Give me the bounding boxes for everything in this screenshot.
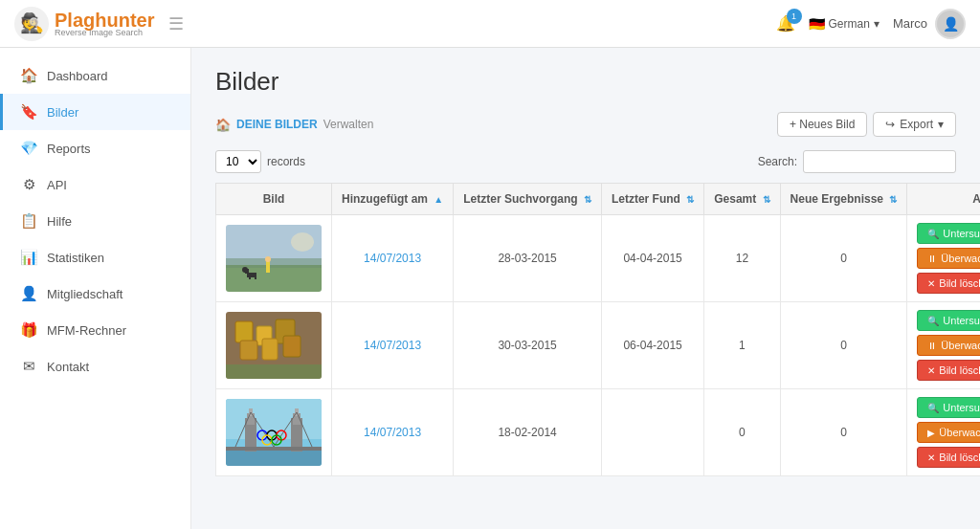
chevron-down-icon: ▾ bbox=[874, 17, 880, 31]
records-select[interactable]: 10 25 50 bbox=[215, 150, 261, 173]
col-total[interactable]: Gesamt ⇅ bbox=[704, 184, 780, 215]
search-input[interactable] bbox=[803, 150, 956, 173]
svg-point-4 bbox=[291, 232, 314, 252]
action-btn-untersuchen[interactable]: 🔍 Untersuchen bbox=[917, 223, 980, 244]
image-thumb bbox=[226, 312, 322, 379]
cell-total: 1 bbox=[704, 302, 780, 389]
breadcrumb-home-icon: 🏠 bbox=[215, 118, 231, 132]
btn-icon: ⏸ bbox=[927, 341, 937, 351]
hamburger-icon[interactable]: ☰ bbox=[168, 13, 184, 34]
table-row: 14/07/201318-02-201400🔍 Untersuchen▶ Übe… bbox=[216, 389, 981, 476]
records-section: 10 25 50 records bbox=[215, 150, 305, 173]
records-label: records bbox=[267, 155, 305, 168]
cell-total: 12 bbox=[704, 215, 780, 302]
cell-last-found: 06-04-2015 bbox=[601, 302, 703, 389]
cell-actions: 🔍 Untersuchen⏸ Überwachung stoppen✕ Bild… bbox=[907, 215, 980, 302]
svg-rect-22 bbox=[226, 399, 322, 439]
table-row: 14/07/201330-03-201506-04-201510🔍 Unters… bbox=[216, 302, 981, 389]
search-section: Search: bbox=[758, 150, 956, 173]
sidebar-label-api: API bbox=[47, 178, 67, 192]
calculator-icon: 🎁 bbox=[20, 321, 37, 339]
breadcrumb-label: DEINE BILDER bbox=[236, 118, 318, 131]
col-last-search[interactable]: Letzter Suchvorgang ⇅ bbox=[454, 184, 602, 215]
sort-icon-found: ⇅ bbox=[686, 194, 694, 205]
reports-icon: 💎 bbox=[20, 140, 37, 157]
sidebar-item-statistiken[interactable]: 📊 Statistiken bbox=[0, 239, 190, 276]
svg-rect-19 bbox=[283, 336, 301, 357]
action-btn-untersuchen[interactable]: 🔍 Untersuchen bbox=[917, 310, 980, 331]
col-last-found[interactable]: Letzter Fund ⇅ bbox=[601, 184, 703, 215]
sidebar-item-hilfe[interactable]: 📋 Hilfe bbox=[0, 203, 190, 239]
page-title: Bilder bbox=[215, 67, 956, 97]
cell-added: 14/07/2013 bbox=[332, 389, 454, 476]
sidebar-label-mitgliedschaft: Mitgliedschaft bbox=[47, 287, 122, 301]
notification-count: 1 bbox=[787, 9, 802, 24]
btn-icon: 🔍 bbox=[927, 316, 939, 326]
sidebar-item-mitgliedschaft[interactable]: 👤 Mitgliedschaft bbox=[0, 276, 190, 312]
action-btn-überwachung-stoppen[interactable]: ⏸ Überwachung stoppen bbox=[917, 248, 980, 269]
sidebar-label-dashboard: Dashboard bbox=[47, 69, 108, 83]
cell-added: 14/07/2013 bbox=[332, 215, 454, 302]
notification-bell[interactable]: 🔔 1 bbox=[776, 14, 795, 33]
stats-icon: 📊 bbox=[20, 249, 37, 266]
svg-rect-5 bbox=[226, 258, 322, 268]
svg-rect-10 bbox=[255, 273, 256, 279]
col-new-results[interactable]: Neue Ergebnisse ⇅ bbox=[780, 184, 907, 215]
help-icon: 📋 bbox=[20, 212, 37, 230]
sidebar-item-mfm-rechner[interactable]: 🎁 MFM-Rechner bbox=[0, 312, 190, 348]
action-btn-bild-löschen[interactable]: ✕ Bild löschen bbox=[917, 360, 980, 381]
svg-rect-23 bbox=[226, 449, 322, 466]
svg-point-7 bbox=[265, 256, 271, 262]
membership-icon: 👤 bbox=[20, 285, 37, 302]
cell-last-search: 30-03-2015 bbox=[454, 302, 602, 389]
sidebar-item-bilder[interactable]: 🔖 Bilder bbox=[0, 94, 190, 130]
api-icon: ⚙ bbox=[20, 176, 37, 193]
sidebar-item-reports[interactable]: 💎 Reports bbox=[0, 130, 190, 166]
svg-rect-11 bbox=[249, 273, 251, 279]
sidebar-item-api[interactable]: ⚙ API bbox=[0, 166, 190, 203]
language-selector[interactable]: 🇩🇪 German ▾ bbox=[809, 16, 880, 32]
action-btn-überwachung-fortsetzen[interactable]: ▶ Überwachung fortsetzen bbox=[917, 422, 980, 443]
added-date-link[interactable]: 14/07/2013 bbox=[364, 426, 421, 439]
export-button[interactable]: ↪ Export ▾ bbox=[873, 112, 956, 137]
col-action: Aktion bbox=[907, 184, 980, 215]
new-image-button[interactable]: + Neues Bild bbox=[777, 112, 867, 137]
btn-icon: ▶ bbox=[927, 428, 935, 438]
action-btn-überwachung-stoppen[interactable]: ⏸ Überwachung stoppen bbox=[917, 335, 980, 356]
image-thumb bbox=[226, 399, 322, 466]
logo: 🕵 Plaghunter Reverse Image Search bbox=[14, 7, 154, 41]
svg-rect-30 bbox=[226, 447, 322, 451]
main-container: 🏠 Dashboard 🔖 Bilder 💎 Reports ⚙ API 📋 H… bbox=[0, 48, 980, 529]
breadcrumb-manage: Verwalten bbox=[323, 118, 374, 131]
action-buttons: + Neues Bild ↪ Export ▾ bbox=[777, 112, 956, 137]
cell-last-search: 28-03-2015 bbox=[454, 215, 602, 302]
sidebar-item-dashboard[interactable]: 🏠 Dashboard bbox=[0, 57, 190, 94]
cell-last-found: 04-04-2015 bbox=[601, 215, 703, 302]
action-btn-untersuchen[interactable]: 🔍 Untersuchen bbox=[917, 397, 980, 418]
language-label: German bbox=[829, 17, 870, 31]
sort-icon-added: ▲ bbox=[434, 194, 443, 205]
sidebar-label-reports: Reports bbox=[47, 142, 91, 156]
col-added[interactable]: Hinzugefügt am ▲ bbox=[332, 184, 454, 215]
btn-icon: ✕ bbox=[927, 278, 935, 289]
btn-icon: ✕ bbox=[927, 365, 935, 376]
home-icon: 🏠 bbox=[20, 67, 37, 84]
cell-new-results: 0 bbox=[780, 215, 907, 302]
user-menu[interactable]: Marco 👤 bbox=[893, 9, 966, 39]
sidebar-item-kontakt[interactable]: ✉ Kontakt bbox=[0, 348, 190, 385]
svg-rect-18 bbox=[262, 339, 278, 360]
cell-new-results: 0 bbox=[780, 302, 907, 389]
added-date-link[interactable]: 14/07/2013 bbox=[364, 339, 421, 352]
col-bild: Bild bbox=[216, 184, 332, 215]
action-btn-bild-löschen[interactable]: ✕ Bild löschen bbox=[917, 447, 980, 468]
cell-last-search: 18-02-2014 bbox=[454, 389, 602, 476]
table-row: 14/07/201328-03-201504-04-2015120🔍 Unter… bbox=[216, 215, 981, 302]
added-date-link[interactable]: 14/07/2013 bbox=[364, 252, 421, 265]
action-btn-bild-löschen[interactable]: ✕ Bild löschen bbox=[917, 273, 980, 294]
avatar: 👤 bbox=[935, 9, 966, 39]
svg-text:🕵: 🕵 bbox=[20, 11, 44, 34]
flag-icon: 🇩🇪 bbox=[809, 16, 825, 32]
sort-icon-new: ⇅ bbox=[889, 194, 897, 205]
cell-actions: 🔍 Untersuchen⏸ Überwachung stoppen✕ Bild… bbox=[907, 302, 980, 389]
action-bar: 🏠 DEINE BILDER Verwalten + Neues Bild ↪ … bbox=[215, 112, 956, 137]
